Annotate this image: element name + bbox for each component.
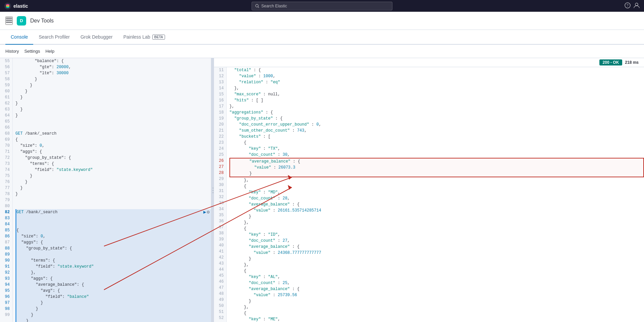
editor-content[interactable]: 55 56 57 58 59 60 61 62 63 64 65 66 68 6… [0,58,211,322]
output-line: "value" : 26161.535714285714 [229,208,644,214]
code-line: "aggs": { [16,239,211,245]
code-line [15,197,211,203]
app-title: Dev Tools [30,18,54,24]
panel-divider[interactable]: ⋮ [211,58,214,322]
output-line: "doc_count_error_upper_bound" : 0, [229,122,644,128]
output-line: }, [229,85,644,91]
help-button[interactable]: Help [45,49,54,54]
code-line: "field": "state.keyword" [16,264,211,270]
code-line: } [16,306,211,312]
output-line: "average_balance" : { [229,286,644,292]
code-line: { [16,227,211,233]
code-line: "field": "balance" [16,294,211,300]
output-content: 11 12 13 14 15 16 17 18 19 20 21 22 23 2… [214,67,644,322]
code-line: } [15,76,211,82]
code-area[interactable]: "balance": { "gte": 20000, "lte": 30000 … [13,58,211,322]
svg-line-5 [258,7,259,8]
tab-grok-debugger[interactable]: Grok Debugger [75,30,118,45]
search-bar-container: Search Elastic [252,2,392,10]
output-header: 200 - OK 218 ms [214,58,644,67]
status-badge: 200 - OK [599,59,623,65]
output-line: "max_score" : null, [229,91,644,97]
output-line: { [229,226,644,232]
output-line: "doc_count" : 30, [229,152,644,158]
code-line: "avg": { [16,288,211,294]
elastic-logo[interactable]: elastic [4,2,28,10]
beta-badge: BETA [152,35,165,40]
settings-button[interactable]: Settings [24,49,40,54]
output-line: } [229,298,644,304]
code-line: "lte": 30000 [15,70,211,76]
output-line: }, [229,103,644,109]
execute-button[interactable]: ▶ [203,209,206,215]
svg-rect-3 [6,5,9,6]
output-line: "average_balance" : { [229,201,644,208]
tab-search-profiler[interactable]: Search Profiler [33,30,75,45]
svg-text:?: ? [627,4,629,7]
code-line: "group_by_state": { [16,245,211,251]
output-line: "value" : 24368.777777777777 [229,250,644,256]
output-line: "value" : 26073.3 [230,165,643,171]
output-line: "sum_other_doc_count" : 743, [229,128,644,134]
code-line: } [16,312,211,318]
output-line: { [229,183,644,189]
output-highlight-block: "average_balance" : { "value" : 26073.3 … [229,158,644,177]
output-line: "key" : "ME", [229,316,644,322]
options-button[interactable]: ⚙ [207,209,210,215]
history-button[interactable]: History [5,49,19,54]
output-line: "doc_count" : 25, [229,280,644,286]
output-line: }, [229,262,644,268]
line-numbers: 55 56 57 58 59 60 61 62 63 64 65 66 68 6… [0,58,13,322]
output-line: "doc_count" : 28, [229,195,644,201]
app-icon: D [17,16,26,26]
output-line: } [230,171,643,177]
code-line: "aggs": { [16,276,211,282]
output-line: "total" : { [229,67,644,73]
output-line-numbers: 11 12 13 14 15 16 17 18 19 20 21 22 23 2… [214,67,227,322]
svg-point-4 [256,4,258,7]
app-header: D Dev Tools [0,12,644,30]
code-line: "balance": { [15,58,211,64]
code-line: GET /bank/_search ▶ ⚙ [16,209,211,227]
output-line: "average_balance" : { [229,244,644,250]
tab-painless-lab[interactable]: Painless Lab BETA [118,30,171,45]
output-line: "group_by_state" : { [229,116,644,122]
code-line: } [15,173,211,179]
code-line: "terms": { [16,258,211,264]
code-line: } [15,100,211,106]
code-line [15,119,211,125]
search-label: Search Elastic [261,4,287,8]
output-line: { [229,310,644,316]
code-line: "field": "state.keyword" [15,167,211,173]
output-panel: 200 - OK 218 ms 11 12 13 14 15 16 17 18 … [214,58,644,322]
tab-console[interactable]: Console [5,30,33,45]
code-line: GET /bank/_search [15,131,211,137]
code-line: } [15,82,211,88]
toolbar: History Settings Help [0,45,644,58]
top-nav: elastic Search Elastic ? [0,0,644,12]
tab-bar: Console Search Profiler Grok Debugger Pa… [0,30,644,45]
main-content: 55 56 57 58 59 60 61 62 63 64 65 66 68 6… [0,58,644,322]
user-nav-icon[interactable] [633,2,640,10]
code-line [16,251,211,258]
code-line: }, [16,270,211,276]
output-line: }, [229,304,644,310]
code-line: } [15,88,211,94]
output-line: } [229,214,644,220]
code-line: } [15,179,211,185]
output-line: "key" : "MD", [229,189,644,195]
code-line: } [15,94,211,100]
hamburger-button[interactable] [5,16,13,25]
code-line: } [15,191,211,197]
output-line: "aggregations" : { [229,109,644,116]
help-nav-icon[interactable]: ? [625,2,631,10]
code-line: "gte": 20000, [15,64,211,70]
code-line [15,125,211,131]
search-bar[interactable]: Search Elastic [252,2,392,10]
code-line: { [15,137,211,143]
output-line: } [229,256,644,262]
code-line [15,203,211,209]
top-nav-right: ? [625,2,640,10]
code-line: "terms": { [15,161,211,167]
output-line: "key" : "AL", [229,274,644,280]
